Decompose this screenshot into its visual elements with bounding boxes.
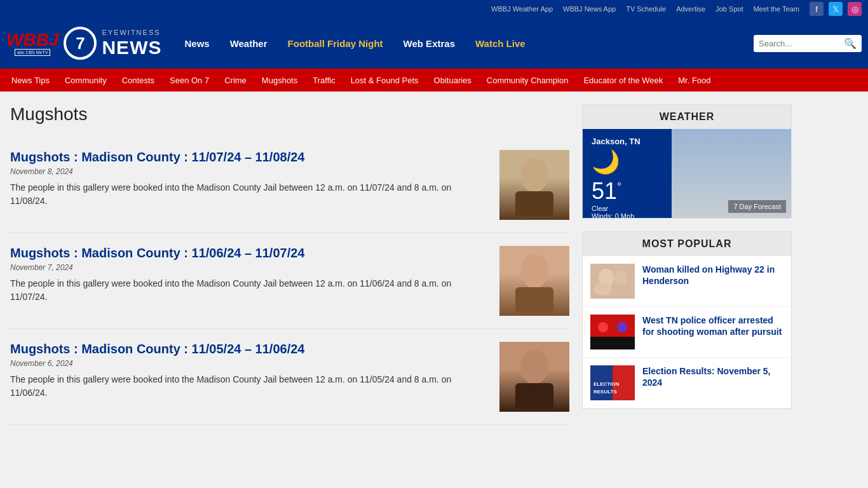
weather-icon: 🌙: [592, 149, 663, 175]
article-text: Mugshots : Madison County : 11/06/24 – 1…: [10, 246, 487, 304]
advertise-link[interactable]: Advertise: [676, 5, 705, 13]
top-utility-bar: WBBJ Weather App WBBJ News App TV Schedu…: [0, 0, 868, 18]
article-text: Mugshots : Madison County : 11/05/24 – 1…: [10, 342, 487, 400]
subnav-crime[interactable]: Crime: [217, 71, 254, 90]
article-title[interactable]: Mugshots : Madison County : 11/07/24 – 1…: [10, 150, 487, 165]
popular-article-title[interactable]: West TN police officer arrested for shoo…: [642, 315, 783, 337]
weather-content: Jackson, TN 🌙 51° Clear Winds: 0 Mph 7 D…: [583, 129, 791, 218]
svg-rect-14: [590, 337, 635, 349]
weather-main: Jackson, TN 🌙 51° Clear Winds: 0 Mph: [583, 129, 672, 218]
search-bar[interactable]: 🔍: [754, 35, 862, 52]
subnav-seen-on-7[interactable]: Seen On 7: [162, 71, 217, 90]
nav-news[interactable]: News: [174, 32, 219, 55]
nav-weather[interactable]: Weather: [220, 32, 278, 55]
svg-text:ELECTION: ELECTION: [593, 381, 620, 387]
svg-point-8: [520, 350, 548, 383]
svg-point-11: [614, 270, 627, 285]
weather-section-header: WEATHER: [583, 105, 791, 129]
main-column: Mugshots Mugshots : Madison County : 11/…: [10, 104, 569, 425]
svg-text:RESULTS: RESULTS: [593, 389, 617, 395]
metv-badge: abc CBS MeTV: [15, 49, 50, 56]
article-date: November 6, 2024: [10, 359, 487, 368]
article-date: November 8, 2024: [10, 167, 487, 176]
popular-thumbnail: ELECTION RESULTS: [590, 365, 635, 400]
subnav-contests[interactable]: Contests: [114, 71, 162, 90]
list-item: Woman killed on Highway 22 in Henderson: [583, 256, 791, 307]
svg-point-2: [520, 158, 548, 191]
most-popular-section: MOST POPULAR Woman killed on Highway 22 …: [582, 231, 792, 409]
svg-point-5: [520, 254, 548, 287]
wbbj-text: WBBJ: [6, 31, 58, 49]
svg-rect-4: [515, 287, 553, 313]
article-text: Mugshots : Madison County : 11/07/24 – 1…: [10, 150, 487, 208]
page-content: Mugshots Mugshots : Madison County : 11/…: [0, 92, 868, 438]
article-desc: The people in this gallery were booked i…: [10, 373, 487, 400]
article-thumbnail[interactable]: [499, 342, 569, 412]
page-heading: Mugshots: [10, 104, 569, 125]
weather-temp: 51°: [592, 178, 663, 205]
weather-wind: Winds: 0 Mph: [592, 212, 663, 218]
subnav-educator[interactable]: Educator of the Week: [576, 71, 670, 90]
facebook-icon[interactable]: f: [810, 2, 824, 16]
table-row: Mugshots : Madison County : 11/05/24 – 1…: [10, 329, 569, 425]
main-nav: WBBJ abc CBS MeTV 7 EYEWITNESS NEWS News…: [0, 18, 868, 69]
svg-point-12: [594, 283, 612, 295]
news-app-link[interactable]: WBBJ News App: [563, 5, 616, 13]
forecast-link[interactable]: 7 Day Forecast: [728, 200, 786, 213]
weather-condition: Clear: [592, 205, 663, 212]
sidebar: WEATHER Jackson, TN 🌙 51° Clear Winds: 0…: [582, 104, 792, 422]
wbbj-logo: WBBJ abc CBS MeTV: [6, 31, 58, 56]
tv-schedule-link[interactable]: TV Schedule: [626, 5, 666, 13]
twitter-icon[interactable]: 𝕏: [829, 2, 843, 16]
subnav-mugshots[interactable]: Mugshots: [254, 71, 305, 90]
table-row: Mugshots : Madison County : 11/07/24 – 1…: [10, 137, 569, 233]
subnav-lost-found[interactable]: Lost & Found Pets: [343, 71, 426, 90]
svg-rect-7: [515, 383, 553, 409]
nav-web-extras[interactable]: Web Extras: [393, 32, 465, 55]
subnav-community[interactable]: Community: [57, 71, 114, 90]
subnav-traffic[interactable]: Traffic: [305, 71, 342, 90]
svg-point-15: [598, 322, 608, 332]
channel-7-logo: 7: [64, 27, 97, 60]
article-title[interactable]: Mugshots : Madison County : 11/06/24 – 1…: [10, 246, 487, 261]
weather-background: 7 Day Forecast: [672, 129, 791, 218]
popular-thumbnail: [590, 315, 635, 349]
nav-football[interactable]: Football Friday Night: [278, 32, 393, 55]
weather-city: Jackson, TN: [592, 137, 663, 146]
article-title[interactable]: Mugshots : Madison County : 11/05/24 – 1…: [10, 342, 487, 356]
popular-thumbnail: [590, 264, 635, 299]
table-row: Mugshots : Madison County : 11/06/24 – 1…: [10, 233, 569, 329]
meet-team-link[interactable]: Meet the Team: [753, 5, 799, 13]
instagram-icon[interactable]: ◎: [848, 2, 862, 16]
eyewitness-news-logo: EYEWITNESS NEWS: [102, 29, 161, 57]
svg-rect-1: [515, 191, 553, 217]
popular-article-title[interactable]: Woman killed on Highway 22 in Henderson: [642, 264, 783, 287]
most-popular-header: MOST POPULAR: [583, 232, 791, 256]
search-button[interactable]: 🔍: [844, 37, 857, 50]
subnav-news-tips[interactable]: News Tips: [4, 71, 57, 90]
sub-nav: News Tips Community Contests Seen On 7 C…: [0, 69, 868, 92]
subnav-community-champion[interactable]: Community Champion: [479, 71, 576, 90]
weather-widget: WEATHER Jackson, TN 🌙 51° Clear Winds: 0…: [582, 104, 792, 219]
logo-area: WBBJ abc CBS MeTV 7 EYEWITNESS NEWS: [6, 27, 161, 60]
popular-article-title[interactable]: Election Results: November 5, 2024: [642, 365, 783, 388]
main-nav-links: News Weather Football Friday Night Web E…: [174, 32, 754, 55]
list-item: West TN police officer arrested for shoo…: [583, 307, 791, 358]
svg-point-16: [617, 322, 627, 332]
subnav-obituaries[interactable]: Obituaries: [426, 71, 479, 90]
article-date: November 7, 2024: [10, 263, 487, 272]
article-desc: The people in this gallery were booked i…: [10, 181, 487, 208]
nav-watch-live[interactable]: Watch Live: [465, 32, 536, 55]
article-thumbnail[interactable]: [499, 150, 569, 220]
list-item: ELECTION RESULTS Election Results: Novem…: [583, 358, 791, 409]
subnav-mr-food[interactable]: Mr. Food: [670, 71, 718, 90]
search-input[interactable]: [759, 39, 841, 48]
article-desc: The people in this gallery were booked i…: [10, 277, 487, 304]
job-spot-link[interactable]: Job Spot: [715, 5, 743, 13]
weather-app-link[interactable]: WBBJ Weather App: [491, 5, 553, 13]
social-icons: f 𝕏 ◎: [810, 2, 862, 16]
article-thumbnail[interactable]: [499, 246, 569, 316]
